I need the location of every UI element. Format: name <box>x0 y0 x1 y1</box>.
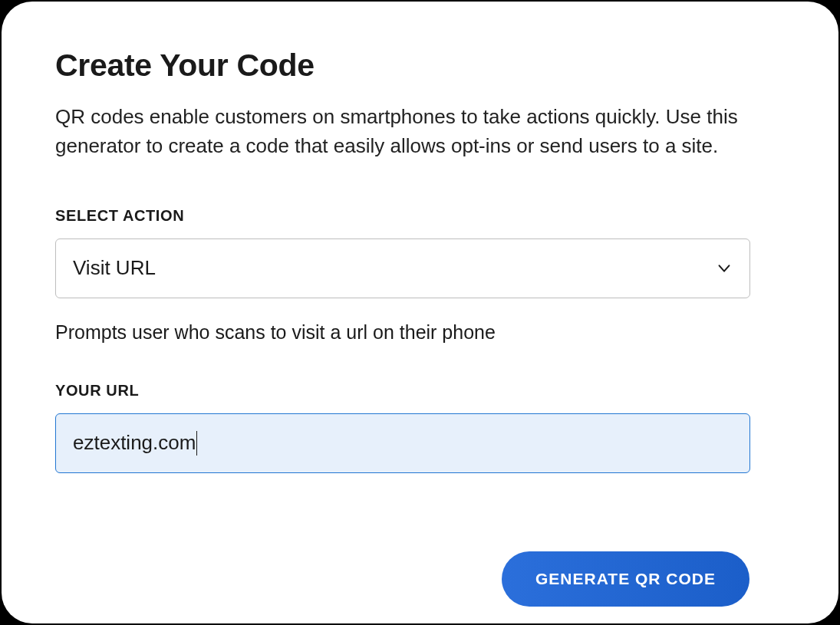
page-title: Create Your Code <box>55 48 785 84</box>
action-select[interactable]: Visit URL <box>55 238 750 298</box>
url-field-label: YOUR URL <box>55 382 785 400</box>
url-input-value: eztexting.com <box>73 431 196 455</box>
page-description: QR codes enable customers on smartphones… <box>55 102 785 161</box>
text-caret <box>196 431 197 456</box>
generate-qr-button[interactable]: GENERATE QR CODE <box>502 551 749 607</box>
chevron-down-icon <box>716 260 733 277</box>
action-helper-text: Prompts user who scans to visit a url on… <box>55 321 785 344</box>
create-code-card: Create Your Code QR codes enable custome… <box>2 2 838 623</box>
select-action-label: SELECT ACTION <box>55 207 785 225</box>
url-input[interactable]: eztexting.com <box>55 413 750 473</box>
action-select-value: Visit URL <box>73 256 156 280</box>
